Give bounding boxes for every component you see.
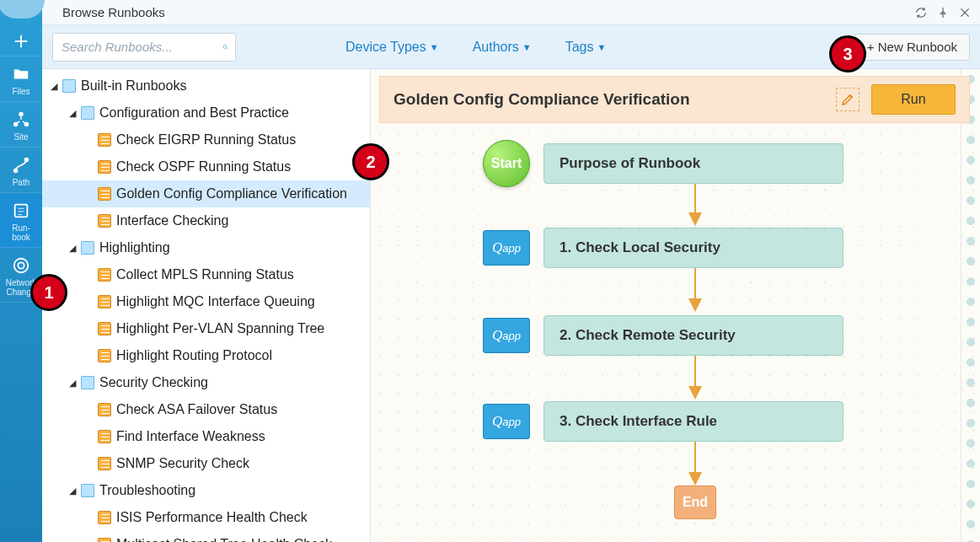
- tree-item[interactable]: Multicast Shared Tree Health Check: [42, 531, 370, 542]
- tree-label: Configuration and Best Practice: [99, 105, 289, 121]
- runbook-file-icon: [98, 322, 111, 335]
- tree-label: Check OSPF Running Status: [116, 159, 291, 174]
- runbook-file-icon: [98, 214, 111, 228]
- tree-label: Multicast Shared Tree Health Check: [116, 537, 332, 542]
- runbook-file-icon: [98, 430, 111, 443]
- step-box[interactable]: 3. Check Interface Rule: [544, 401, 843, 442]
- tree-label: Security Checking: [99, 375, 208, 390]
- tree-item[interactable]: SNMP Security Check: [42, 450, 370, 477]
- runbook-tree: ◢ Built-in Runbooks ◢ Configuration and …: [42, 69, 371, 542]
- path-icon: [12, 156, 30, 174]
- network-change-icon: [12, 256, 30, 275]
- tree-folder[interactable]: ◢ Troubleshooting: [42, 477, 370, 504]
- filter-label: Tags: [565, 40, 594, 55]
- rail-label: Run- book: [12, 223, 30, 242]
- tree-label: Find Interface Weakness: [116, 429, 265, 444]
- folder-icon: [12, 65, 30, 83]
- new-runbook-button[interactable]: + New Runbook: [854, 34, 970, 61]
- expander-icon[interactable]: ◢: [67, 486, 78, 496]
- search-icon[interactable]: [222, 39, 228, 56]
- run-button[interactable]: Run: [871, 84, 956, 115]
- rail-add[interactable]: [0, 24, 42, 56]
- filter-tags[interactable]: Tags▼: [565, 40, 607, 55]
- folder-icon: [62, 79, 76, 93]
- expander-icon[interactable]: ◢: [49, 81, 59, 92]
- step-box[interactable]: Purpose of Runbook: [544, 143, 843, 184]
- runbook-file-icon: [98, 160, 111, 174]
- filter-label: Device Types: [345, 40, 426, 55]
- end-badge: End: [674, 486, 716, 519]
- tree-item[interactable]: Collect MPLS Running Status: [42, 261, 370, 288]
- tree-item[interactable]: Interface Checking: [42, 207, 370, 234]
- caret-down-icon: ▼: [522, 42, 532, 52]
- qapp-badge: Qapp: [483, 230, 530, 266]
- tree-label: Check EIGRP Running Status: [116, 132, 296, 148]
- caret-down-icon: ▼: [430, 42, 439, 52]
- runbook-file-icon: [98, 349, 111, 362]
- filter-authors[interactable]: Authors▼: [473, 40, 532, 55]
- runbook-file-icon: [98, 295, 111, 309]
- step-box[interactable]: 1. Check Local Security: [544, 228, 843, 268]
- pin-icon[interactable]: [936, 6, 950, 19]
- expander-icon[interactable]: ◢: [67, 108, 78, 119]
- tree-item[interactable]: Check ASA Failover Status: [42, 396, 370, 423]
- tree-folder-root[interactable]: ◢ Built-in Runbooks: [42, 72, 370, 99]
- flow-step-node[interactable]: Qapp 3. Check Interface Rule: [483, 401, 843, 442]
- tree-item[interactable]: Highlight Routing Protocol: [42, 342, 370, 369]
- rail-label: Site: [13, 132, 28, 142]
- tree-item[interactable]: ISIS Performance Health Check: [42, 504, 370, 531]
- filter-label: Authors: [473, 40, 519, 55]
- runbook-file-icon: [98, 187, 111, 201]
- rail-files[interactable]: Files: [0, 56, 42, 102]
- runbook-header: Golden Config Compliance Verification Ru…: [379, 76, 970, 123]
- tree-label: Troubleshooting: [99, 483, 195, 498]
- runbook-icon: [12, 201, 30, 220]
- tree-label: Collect MPLS Running Status: [116, 267, 294, 282]
- start-badge: Start: [483, 140, 530, 187]
- tree-item-selected[interactable]: Golden Config Compliance Verification: [42, 180, 370, 207]
- callout-3: 3: [829, 35, 866, 72]
- tree-label: Highlighting: [99, 240, 170, 255]
- svg-point-14: [223, 45, 227, 48]
- runbook-file-icon: [98, 511, 111, 524]
- rail-runbook[interactable]: Run- book: [0, 193, 42, 248]
- rail-label: Files: [12, 87, 29, 96]
- pencil-icon: [840, 92, 855, 107]
- panel-header: Browse Runbooks: [42, 0, 980, 25]
- plus-icon: [12, 32, 30, 51]
- tree-item[interactable]: Highlight Per-VLAN Spanning Tree: [42, 315, 370, 342]
- callout-2: 2: [352, 143, 389, 180]
- tree-label: Highlight Routing Protocol: [116, 348, 272, 363]
- caret-down-icon: ▼: [597, 42, 606, 52]
- filter-device-types[interactable]: Device Types▼: [345, 40, 439, 55]
- tree-folder[interactable]: ◢ Security Checking: [42, 369, 370, 396]
- runbook-canvas: Golden Config Compliance Verification Ru…: [371, 69, 980, 542]
- flow-step-node[interactable]: Qapp 2. Check Remote Security: [483, 315, 843, 356]
- flow-step-node[interactable]: Qapp 1. Check Local Security: [483, 228, 843, 268]
- runbook-file-icon: [98, 133, 111, 147]
- search-input[interactable]: [62, 40, 222, 54]
- tree-item[interactable]: Highlight MQC Interface Queuing: [42, 288, 370, 315]
- tree-item[interactable]: Check EIGRP Running Status: [42, 126, 370, 153]
- search-box[interactable]: [52, 33, 236, 62]
- edit-button[interactable]: [836, 88, 860, 111]
- tree-folder[interactable]: ◢ Highlighting: [42, 234, 370, 261]
- flow-end-node[interactable]: End: [674, 486, 716, 519]
- flow-start-node[interactable]: Start Purpose of Runbook: [483, 140, 843, 187]
- refresh-icon[interactable]: [914, 6, 928, 19]
- close-icon[interactable]: [958, 6, 972, 19]
- svg-point-5: [14, 169, 18, 173]
- tree-label: SNMP Security Check: [116, 456, 249, 471]
- expander-icon[interactable]: ◢: [67, 243, 78, 254]
- tree-label: ISIS Performance Health Check: [116, 510, 308, 525]
- tree-label: Golden Config Compliance Verification: [116, 186, 347, 201]
- tree-label: Interface Checking: [116, 213, 228, 228]
- tree-item[interactable]: Find Interface Weakness: [42, 423, 370, 450]
- folder-icon: [81, 106, 94, 120]
- tree-folder[interactable]: ◢ Configuration and Best Practice: [42, 99, 370, 126]
- rail-site[interactable]: Site: [0, 102, 42, 148]
- rail-path[interactable]: Path: [0, 148, 42, 193]
- expander-icon[interactable]: ◢: [67, 378, 78, 389]
- step-box[interactable]: 2. Check Remote Security: [544, 315, 843, 356]
- tree-item[interactable]: Check OSPF Running Status: [42, 153, 370, 180]
